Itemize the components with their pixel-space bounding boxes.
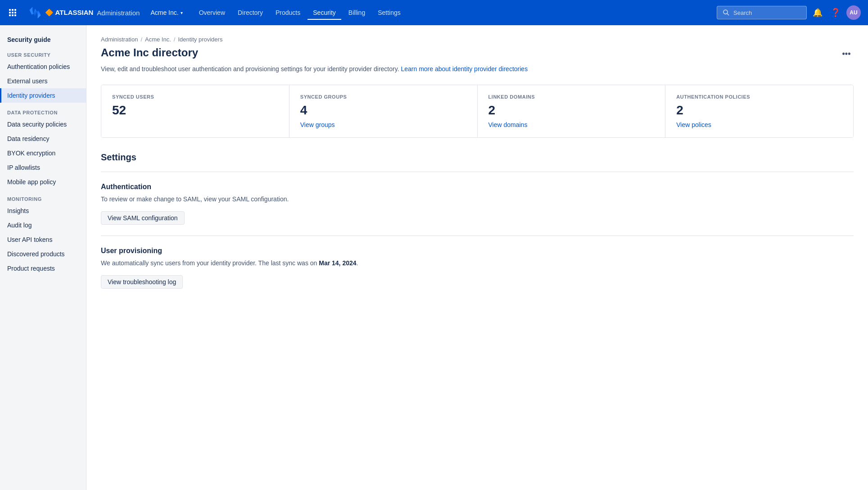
- search-placeholder: Search: [733, 9, 752, 16]
- sidebar-item-user-api-tokens[interactable]: User API tokens: [0, 232, 86, 247]
- breadcrumb-item[interactable]: Administration: [101, 36, 138, 43]
- nav-link-settings[interactable]: Settings: [372, 5, 406, 20]
- settings-block-button-user-provisioning[interactable]: View troubleshooting log: [101, 275, 183, 289]
- sidebar-item-ip-allowlists[interactable]: IP allowlists: [0, 160, 86, 175]
- settings-block-description: To review or make change to SAML, view y…: [101, 195, 854, 204]
- nav-link-billing[interactable]: Billing: [343, 5, 371, 20]
- sidebar-item-product-requests[interactable]: Product requests: [0, 261, 86, 276]
- stat-link-linked-domains[interactable]: View domains: [488, 121, 528, 128]
- page-title: Acme Inc directory: [101, 46, 198, 59]
- stat-label: LINKED DOMAINS: [488, 94, 655, 100]
- admin-label: Administration: [97, 9, 140, 17]
- stat-card-auth-policies: AUTHENTICATION POLICIES2View polices: [665, 85, 853, 137]
- breadcrumb-separator: /: [174, 36, 176, 43]
- stat-value: 2: [676, 103, 842, 118]
- nav-link-directory[interactable]: Directory: [232, 5, 268, 20]
- settings-block-user-provisioning: User provisioningWe automatically sync u…: [101, 236, 854, 299]
- breadcrumb-item[interactable]: Acme Inc.: [145, 36, 171, 43]
- topnav: 🔶 ATLASSIAN Administration Acme Inc. ▾ O…: [0, 0, 868, 25]
- atlassian-logo: 🔶 ATLASSIAN Administration: [29, 6, 140, 19]
- sidebar-section-label: DATA PROTECTION: [0, 103, 86, 117]
- stat-label: SYNCED GROUPS: [300, 94, 466, 100]
- settings-block-title: User provisioning: [101, 247, 854, 255]
- stat-card-synced-groups: SYNCED GROUPS4View groups: [289, 85, 478, 137]
- sidebar-item-auth-policies[interactable]: Authentication policies: [0, 59, 86, 74]
- notifications-icon[interactable]: 🔔: [810, 5, 825, 20]
- stat-link-auth-policies[interactable]: View polices: [676, 121, 711, 128]
- more-options-button[interactable]: •••: [839, 46, 854, 61]
- stat-link-synced-groups[interactable]: View groups: [300, 121, 335, 128]
- chevron-down-icon: ▾: [181, 10, 183, 15]
- org-name: Acme Inc.: [150, 9, 178, 16]
- stat-card-linked-domains: LINKED DOMAINS2View domains: [478, 85, 666, 137]
- settings-block-button-authentication[interactable]: View SAML configuration: [101, 211, 185, 225]
- breadcrumb-separator: /: [140, 36, 142, 43]
- nav-link-security[interactable]: Security: [307, 5, 341, 20]
- sidebar-item-discovered-products[interactable]: Discovered products: [0, 247, 86, 261]
- sidebar-item-data-security[interactable]: Data security policies: [0, 117, 86, 132]
- page-header: Acme Inc directory •••: [101, 46, 854, 61]
- stat-value: 2: [488, 103, 655, 118]
- atlassian-label: 🔶 ATLASSIAN: [45, 9, 93, 17]
- search-box[interactable]: Search: [717, 6, 807, 19]
- sidebar-item-data-residency[interactable]: Data residency: [0, 132, 86, 146]
- layout: Security guide USER SECURITYAuthenticati…: [0, 25, 868, 490]
- settings-block-authentication: AuthenticationTo review or make change t…: [101, 172, 854, 236]
- nav-links: OverviewDirectoryProductsSecurityBilling…: [194, 5, 706, 20]
- nav-link-overview[interactable]: Overview: [194, 5, 231, 20]
- sidebar-item-audit-log[interactable]: Audit log: [0, 218, 86, 232]
- breadcrumb: Administration/Acme Inc./Identity provid…: [101, 36, 854, 43]
- sidebar-section-label: USER SECURITY: [0, 45, 86, 59]
- search-icon: [723, 9, 730, 16]
- sidebar-item-identity-providers[interactable]: Identity providers: [0, 88, 86, 103]
- stat-card-synced-users: SYNCED USERS52: [101, 85, 289, 137]
- svg-line-1: [727, 14, 729, 15]
- main-content: Administration/Acme Inc./Identity provid…: [86, 25, 868, 490]
- stat-label: AUTHENTICATION POLICIES: [676, 94, 842, 100]
- topnav-right: Search 🔔 ❓ AU: [717, 5, 861, 20]
- settings-block-description: We automatically sync users from your id…: [101, 259, 854, 268]
- sidebar-item-byok[interactable]: BYOK encryption: [0, 146, 86, 160]
- help-icon[interactable]: ❓: [828, 5, 843, 20]
- sync-date: Mar 14, 2024: [319, 259, 356, 267]
- sidebar-title[interactable]: Security guide: [0, 32, 86, 45]
- svg-point-0: [723, 10, 728, 14]
- sidebar-item-mobile-app[interactable]: Mobile app policy: [0, 175, 86, 189]
- sidebar-item-insights[interactable]: Insights: [0, 204, 86, 218]
- stat-value: 52: [112, 103, 278, 118]
- breadcrumb-item[interactable]: Identity providers: [178, 36, 222, 43]
- learn-more-link[interactable]: Learn more about identity provider direc…: [401, 65, 528, 73]
- sidebar-item-external-users[interactable]: External users: [0, 74, 86, 88]
- settings-section: Settings AuthenticationTo review or make…: [101, 152, 854, 299]
- apps-menu-icon[interactable]: [7, 7, 18, 18]
- nav-link-products[interactable]: Products: [270, 5, 306, 20]
- settings-block-title: Authentication: [101, 183, 854, 191]
- settings-title: Settings: [101, 152, 854, 163]
- stat-value: 4: [300, 103, 466, 118]
- sidebar: Security guide USER SECURITYAuthenticati…: [0, 25, 86, 490]
- sidebar-section-label: MONITORING: [0, 189, 86, 204]
- page-description: View, edit and troubleshoot user authent…: [101, 64, 854, 74]
- stat-label: SYNCED USERS: [112, 94, 278, 100]
- avatar[interactable]: AU: [846, 5, 861, 20]
- page-desc-text: View, edit and troubleshoot user authent…: [101, 65, 399, 73]
- stats-row: SYNCED USERS52SYNCED GROUPS4View groupsL…: [101, 85, 854, 138]
- org-selector[interactable]: Acme Inc. ▾: [150, 9, 182, 16]
